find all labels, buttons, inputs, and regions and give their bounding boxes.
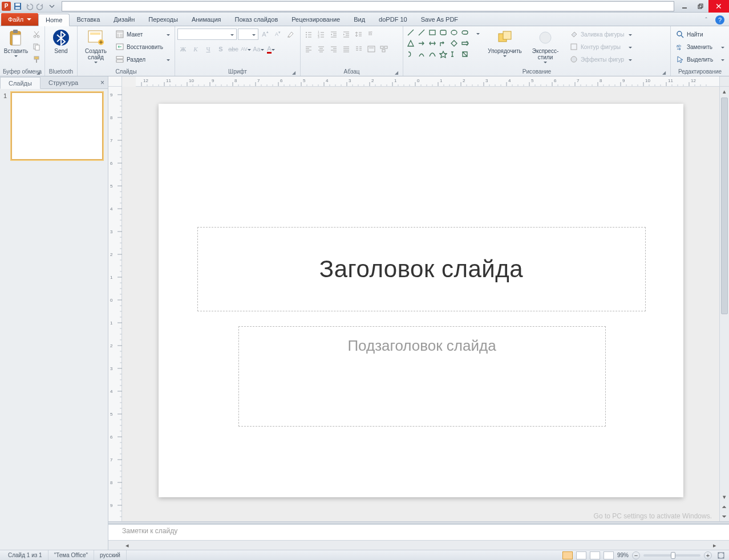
- prev-slide-icon[interactable]: ⏶: [720, 502, 729, 512]
- text-direction-button[interactable]: llî: [366, 29, 377, 40]
- tab-animations[interactable]: Анимация: [185, 13, 228, 26]
- section-button[interactable]: Раздел: [113, 54, 172, 65]
- format-painter-button[interactable]: [31, 54, 42, 65]
- slide[interactable]: Заголовок слайда Подзаголовок слайда: [159, 104, 683, 497]
- dialog-launcher-icon[interactable]: ◢: [291, 70, 297, 75]
- dialog-launcher-icon[interactable]: ◢: [394, 70, 399, 75]
- zoom-out-button[interactable]: −: [632, 551, 640, 559]
- grow-font-button[interactable]: A▴: [260, 29, 271, 40]
- status-theme[interactable]: "Тема Office": [48, 550, 94, 560]
- new-slide-button[interactable]: Создать слайд: [80, 27, 112, 64]
- normal-view-button[interactable]: [562, 551, 573, 559]
- align-right-button[interactable]: [328, 43, 339, 55]
- align-left-button[interactable]: [303, 43, 314, 55]
- shape-fill-button[interactable]: Заливка фигуры: [567, 29, 634, 40]
- slideshow-view-button[interactable]: [604, 551, 614, 559]
- close-panel-button[interactable]: ×: [97, 76, 108, 88]
- shape-effects-button[interactable]: Эффекты фигур: [567, 54, 634, 65]
- align-text-button[interactable]: [366, 43, 377, 55]
- outline-tab[interactable]: Структура: [40, 76, 86, 88]
- tab-view[interactable]: Вид: [347, 13, 372, 26]
- underline-button[interactable]: Ч: [202, 43, 214, 55]
- font-color-button[interactable]: A: [265, 43, 277, 55]
- zoom-slider[interactable]: [643, 554, 700, 557]
- scroll-up-icon[interactable]: ▴: [720, 87, 729, 96]
- tab-saveaspdf[interactable]: Save As PDF: [414, 13, 465, 26]
- increase-indent-button[interactable]: [341, 29, 352, 40]
- file-tab[interactable]: Файл: [1, 13, 38, 26]
- title-input[interactable]: [62, 1, 674, 11]
- notes-pane[interactable]: Заметки к слайду Go to PC settings to ac…: [108, 524, 729, 540]
- tab-insert[interactable]: Вставка: [70, 13, 107, 26]
- arrange-button[interactable]: Упорядочить: [486, 27, 524, 58]
- slides-tab[interactable]: Слайды: [0, 77, 40, 89]
- shapes-gallery[interactable]: [406, 27, 470, 59]
- help-icon[interactable]: ?: [715, 15, 724, 25]
- subtitle-placeholder[interactable]: Подзаголовок слайда: [238, 326, 606, 427]
- decrease-indent-button[interactable]: [328, 29, 339, 40]
- zoom-in-button[interactable]: +: [704, 551, 712, 559]
- next-slide-icon[interactable]: ⏷: [720, 512, 729, 521]
- bold-button[interactable]: Ж: [177, 43, 189, 55]
- zoom-value[interactable]: 99%: [617, 552, 629, 558]
- find-button[interactable]: Найти: [673, 29, 727, 40]
- undo-button[interactable]: [24, 1, 34, 11]
- status-language[interactable]: русский: [94, 550, 127, 560]
- slide-thumbnail[interactable]: [11, 92, 103, 160]
- scroll-left-icon[interactable]: ◂: [122, 541, 132, 550]
- clear-format-button[interactable]: [285, 29, 296, 40]
- sorter-view-button[interactable]: [576, 551, 586, 559]
- save-button[interactable]: [13, 1, 23, 11]
- app-icon[interactable]: P: [1, 1, 11, 11]
- tab-design[interactable]: Дизайн: [107, 13, 141, 26]
- restore-button[interactable]: [692, 0, 708, 13]
- shrink-font-button[interactable]: A▾: [272, 29, 284, 40]
- replace-button[interactable]: abЗаменить: [673, 41, 727, 52]
- line-spacing-button[interactable]: [353, 29, 364, 40]
- char-spacing-button[interactable]: AV: [240, 43, 252, 55]
- shape-outline-button[interactable]: Контур фигуры: [567, 41, 634, 52]
- fit-to-window-button[interactable]: [715, 550, 727, 561]
- tab-review[interactable]: Рецензирование: [285, 13, 347, 26]
- italic-button[interactable]: К: [190, 43, 201, 55]
- tab-slideshow[interactable]: Показ слайдов: [228, 13, 285, 26]
- status-slide-count[interactable]: Слайд 1 из 1: [2, 550, 48, 560]
- shapes-more-button[interactable]: [472, 27, 484, 39]
- qat-customize[interactable]: [47, 1, 57, 11]
- copy-button[interactable]: [31, 41, 42, 52]
- scroll-down-icon[interactable]: ▾: [720, 492, 729, 502]
- strike-button[interactable]: abc: [228, 43, 239, 55]
- font-name-combo[interactable]: [177, 29, 237, 40]
- cut-button[interactable]: [31, 29, 42, 40]
- shadow-button[interactable]: S: [215, 43, 226, 55]
- bullets-button[interactable]: [303, 29, 314, 40]
- reading-view-button[interactable]: [590, 551, 600, 559]
- tab-home[interactable]: Home: [38, 14, 70, 26]
- dialog-launcher-icon[interactable]: ◢: [661, 70, 667, 75]
- horizontal-scrollbar[interactable]: ◂ ▸: [108, 540, 729, 550]
- tab-transitions[interactable]: Переходы: [141, 13, 185, 26]
- minimize-ribbon-icon[interactable]: ˆ: [700, 14, 712, 26]
- title-placeholder[interactable]: Заголовок слайда: [197, 227, 646, 311]
- smartart-button[interactable]: [378, 43, 390, 55]
- change-case-button[interactable]: Aa: [253, 43, 264, 55]
- reset-button[interactable]: Восстановить: [113, 41, 172, 52]
- dialog-launcher-icon[interactable]: ◢: [35, 70, 41, 75]
- numbering-button[interactable]: 123: [315, 29, 327, 40]
- font-size-combo[interactable]: [238, 29, 258, 40]
- columns-button[interactable]: [353, 43, 364, 55]
- bluetooth-send-button[interactable]: Send: [47, 27, 75, 55]
- justify-button[interactable]: [341, 43, 352, 55]
- scroll-right-icon[interactable]: ▸: [710, 541, 719, 550]
- tab-dopdf[interactable]: doPDF 10: [372, 13, 414, 26]
- redo-button[interactable]: [35, 1, 46, 11]
- quick-styles-button[interactable]: Экспресс-стили: [525, 27, 566, 64]
- align-center-button[interactable]: [315, 43, 327, 55]
- minimize-button[interactable]: [677, 0, 692, 13]
- layout-button[interactable]: Макет: [113, 29, 172, 40]
- vertical-scrollbar[interactable]: ▴ ▾ ⏶ ⏷: [719, 87, 729, 521]
- select-button[interactable]: Выделить: [673, 54, 727, 65]
- slide-stage[interactable]: Заголовок слайда Подзаголовок слайда: [122, 87, 719, 521]
- paste-button[interactable]: Вставить: [2, 27, 30, 58]
- close-button[interactable]: ✕: [708, 0, 729, 13]
